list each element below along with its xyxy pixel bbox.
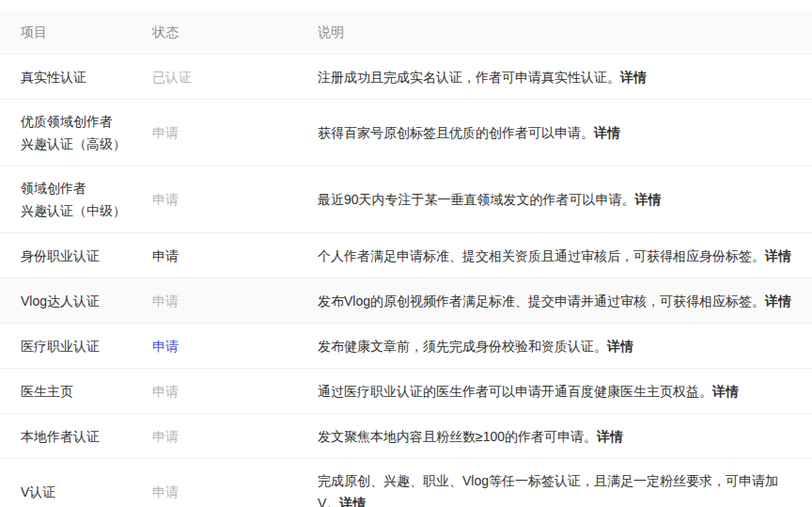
item-name-line: 真实性认证 <box>21 66 152 88</box>
item-name-line: 兴趣认证（高级） <box>21 133 152 155</box>
row-description: 个人作者满足申请标准、提交相关资质且通过审核后，可获得相应身份标签。 <box>318 248 765 263</box>
status-text: 已认证 <box>152 70 192 85</box>
row-item-name: V认证 <box>0 481 152 503</box>
row-description: 最近90天内专注于某一垂直领域发文的作者可以申请。 <box>318 192 635 207</box>
row-item-name: 优质领域创作者兴趣认证（高级） <box>0 110 152 155</box>
table-row-v-certification: V认证 申请 完成原创、兴趣、职业、Vlog等任一标签认证，且满足一定粉丝要求，… <box>0 459 812 507</box>
apply-link[interactable]: 申请 <box>152 192 179 207</box>
header-status: 状态 <box>152 21 318 43</box>
item-name-line: 本地作者认证 <box>21 425 152 448</box>
apply-link[interactable]: 申请 <box>152 293 179 309</box>
header-desc: 说明 <box>318 21 812 43</box>
item-name-line: V认证 <box>21 481 152 503</box>
apply-link[interactable]: 申请 <box>152 125 179 140</box>
detail-link[interactable]: 详情 <box>635 192 662 207</box>
row-item-name: 身份职业认证 <box>0 245 152 267</box>
detail-link[interactable]: 详情 <box>594 125 620 140</box>
table-row-vlog-expert: Vlog达人认证 申请 发布Vlog的原创视频作者满足标准、提交申请并通过审核，… <box>0 278 812 324</box>
apply-link[interactable]: 申请 <box>152 248 179 263</box>
row-item-name: 真实性认证 <box>0 66 152 88</box>
table-row-domain-creator: 领域创作者兴趣认证（中级） 申请 最近90天内专注于某一垂直领域发文的作者可以申… <box>0 166 812 233</box>
item-name-line: 医疗职业认证 <box>21 335 152 357</box>
detail-link[interactable]: 详情 <box>765 248 791 263</box>
certification-table: 项目 状态 说明 真实性认证 已认证 注册成功且完成实名认证，作者可申请真实性认… <box>0 9 812 507</box>
row-description: 发文聚焦本地内容且粉丝数≥100的作者可申请。 <box>318 429 597 444</box>
detail-link[interactable]: 详情 <box>597 429 623 444</box>
apply-link[interactable]: 申请 <box>152 384 179 399</box>
row-item-name: 医生主页 <box>0 380 152 403</box>
row-description: 完成原创、兴趣、职业、Vlog等任一标签认证，且满足一定粉丝要求，可申请加V。 <box>318 473 778 507</box>
apply-link[interactable]: 申请 <box>152 429 179 444</box>
table-header-row: 项目 状态 说明 <box>0 9 812 55</box>
row-item-name: 本地作者认证 <box>0 425 152 448</box>
table-row-quality-domain: 优质领域创作者兴趣认证（高级） 申请 获得百家号原创标签且优质的创作者可以申请。… <box>0 100 812 166</box>
table-row-identity-occupation: 身份职业认证 申请 个人作者满足申请标准、提交相关资质且通过审核后，可获得相应身… <box>0 233 812 278</box>
item-name-line: 医生主页 <box>21 380 152 403</box>
row-item-name: 医疗职业认证 <box>0 335 152 357</box>
detail-link[interactable]: 详情 <box>712 384 739 399</box>
row-description: 获得百家号原创标签且优质的创作者可以申请。 <box>318 125 594 140</box>
item-name-line: 优质领域创作者 <box>21 110 152 133</box>
detail-link[interactable]: 详情 <box>607 339 633 354</box>
table-row-medical-occupation: 医疗职业认证 申请 发布健康文章前，须先完成身份校验和资质认证。详情 <box>0 324 812 369</box>
item-name-line: 领域创作者 <box>21 177 152 199</box>
row-item-name: 领域创作者兴趣认证（中级） <box>0 177 152 222</box>
item-name-line: 兴趣认证（中级） <box>21 199 152 222</box>
apply-link[interactable]: 申请 <box>152 484 179 499</box>
item-name-line: Vlog达人认证 <box>21 290 152 312</box>
table-row-local-author: 本地作者认证 申请 发文聚焦本地内容且粉丝数≥100的作者可申请。详情 <box>0 414 812 459</box>
header-item: 项目 <box>0 21 152 43</box>
detail-link[interactable]: 详情 <box>765 293 791 309</box>
item-name-line: 身份职业认证 <box>21 245 152 267</box>
table-row-doctor-homepage: 医生主页 申请 通过医疗职业认证的医生作者可以申请开通百度健康医生主页权益。详情 <box>0 369 812 414</box>
row-description: 通过医疗职业认证的医生作者可以申请开通百度健康医生主页权益。 <box>318 384 712 399</box>
row-item-name: Vlog达人认证 <box>0 290 152 312</box>
detail-link[interactable]: 详情 <box>339 496 366 507</box>
table-row-authenticity: 真实性认证 已认证 注册成功且完成实名认证，作者可申请真实性认证。详情 <box>0 55 812 100</box>
apply-link[interactable]: 申请 <box>152 339 179 354</box>
detail-link[interactable]: 详情 <box>620 70 647 85</box>
row-description: 发布健康文章前，须先完成身份校验和资质认证。 <box>318 339 607 354</box>
row-description: 发布Vlog的原创视频作者满足标准、提交申请并通过审核，可获得相应标签。 <box>318 293 765 309</box>
row-description: 注册成功且完成实名认证，作者可申请真实性认证。 <box>318 70 620 85</box>
